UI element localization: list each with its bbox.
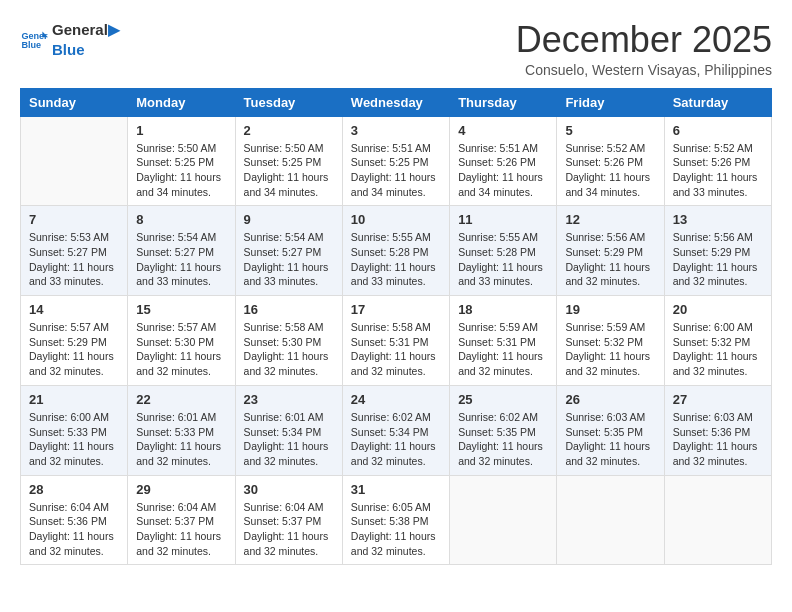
calendar-cell: 16Sunrise: 5:58 AMSunset: 5:30 PMDayligh… [235,296,342,386]
day-number: 24 [351,392,441,407]
day-number: 28 [29,482,119,497]
day-info: Sunrise: 5:57 AMSunset: 5:29 PMDaylight:… [29,320,119,379]
calendar-header-row: SundayMondayTuesdayWednesdayThursdayFrid… [21,88,772,116]
calendar-cell: 2Sunrise: 5:50 AMSunset: 5:25 PMDaylight… [235,116,342,206]
day-number: 1 [136,123,226,138]
calendar-cell: 28Sunrise: 6:04 AMSunset: 5:36 PMDayligh… [21,475,128,565]
day-number: 26 [565,392,655,407]
calendar-cell: 22Sunrise: 6:01 AMSunset: 5:33 PMDayligh… [128,385,235,475]
day-info: Sunrise: 5:57 AMSunset: 5:30 PMDaylight:… [136,320,226,379]
day-number: 17 [351,302,441,317]
calendar-cell: 3Sunrise: 5:51 AMSunset: 5:25 PMDaylight… [342,116,449,206]
logo: General Blue General▶ Blue [20,20,120,59]
day-header-monday: Monday [128,88,235,116]
day-number: 13 [673,212,763,227]
calendar-cell: 5Sunrise: 5:52 AMSunset: 5:26 PMDaylight… [557,116,664,206]
day-number: 14 [29,302,119,317]
day-info: Sunrise: 6:05 AMSunset: 5:38 PMDaylight:… [351,500,441,559]
day-info: Sunrise: 6:04 AMSunset: 5:37 PMDaylight:… [244,500,334,559]
calendar-cell: 12Sunrise: 5:56 AMSunset: 5:29 PMDayligh… [557,206,664,296]
day-info: Sunrise: 5:56 AMSunset: 5:29 PMDaylight:… [673,230,763,289]
day-info: Sunrise: 6:04 AMSunset: 5:36 PMDaylight:… [29,500,119,559]
calendar-cell: 14Sunrise: 5:57 AMSunset: 5:29 PMDayligh… [21,296,128,386]
day-info: Sunrise: 5:50 AMSunset: 5:25 PMDaylight:… [244,141,334,200]
day-info: Sunrise: 5:52 AMSunset: 5:26 PMDaylight:… [565,141,655,200]
day-number: 15 [136,302,226,317]
month-title: December 2025 [516,20,772,60]
logo-subtext: Blue [52,40,120,60]
day-info: Sunrise: 5:54 AMSunset: 5:27 PMDaylight:… [136,230,226,289]
calendar-cell: 31Sunrise: 6:05 AMSunset: 5:38 PMDayligh… [342,475,449,565]
day-header-sunday: Sunday [21,88,128,116]
day-info: Sunrise: 5:58 AMSunset: 5:30 PMDaylight:… [244,320,334,379]
day-info: Sunrise: 5:53 AMSunset: 5:27 PMDaylight:… [29,230,119,289]
svg-text:Blue: Blue [21,40,41,50]
calendar-cell [450,475,557,565]
calendar-week-1: 1Sunrise: 5:50 AMSunset: 5:25 PMDaylight… [21,116,772,206]
day-header-friday: Friday [557,88,664,116]
day-header-tuesday: Tuesday [235,88,342,116]
calendar-cell [557,475,664,565]
calendar-cell: 21Sunrise: 6:00 AMSunset: 5:33 PMDayligh… [21,385,128,475]
day-number: 8 [136,212,226,227]
day-number: 12 [565,212,655,227]
calendar-cell: 23Sunrise: 6:01 AMSunset: 5:34 PMDayligh… [235,385,342,475]
day-info: Sunrise: 5:51 AMSunset: 5:26 PMDaylight:… [458,141,548,200]
day-header-wednesday: Wednesday [342,88,449,116]
calendar-cell [664,475,771,565]
calendar-cell: 17Sunrise: 5:58 AMSunset: 5:31 PMDayligh… [342,296,449,386]
day-info: Sunrise: 5:51 AMSunset: 5:25 PMDaylight:… [351,141,441,200]
day-number: 22 [136,392,226,407]
calendar-cell: 11Sunrise: 5:55 AMSunset: 5:28 PMDayligh… [450,206,557,296]
calendar-week-5: 28Sunrise: 6:04 AMSunset: 5:36 PMDayligh… [21,475,772,565]
calendar-cell: 25Sunrise: 6:02 AMSunset: 5:35 PMDayligh… [450,385,557,475]
day-number: 11 [458,212,548,227]
page-header: General Blue General▶ Blue December 2025… [20,20,772,78]
day-info: Sunrise: 6:02 AMSunset: 5:35 PMDaylight:… [458,410,548,469]
calendar-cell: 10Sunrise: 5:55 AMSunset: 5:28 PMDayligh… [342,206,449,296]
day-number: 4 [458,123,548,138]
location-subtitle: Consuelo, Western Visayas, Philippines [516,62,772,78]
day-number: 5 [565,123,655,138]
day-number: 3 [351,123,441,138]
day-info: Sunrise: 5:54 AMSunset: 5:27 PMDaylight:… [244,230,334,289]
day-info: Sunrise: 5:50 AMSunset: 5:25 PMDaylight:… [136,141,226,200]
calendar-cell: 24Sunrise: 6:02 AMSunset: 5:34 PMDayligh… [342,385,449,475]
day-header-thursday: Thursday [450,88,557,116]
day-info: Sunrise: 5:55 AMSunset: 5:28 PMDaylight:… [351,230,441,289]
title-block: December 2025 Consuelo, Western Visayas,… [516,20,772,78]
calendar-cell: 20Sunrise: 6:00 AMSunset: 5:32 PMDayligh… [664,296,771,386]
day-number: 29 [136,482,226,497]
calendar-cell: 4Sunrise: 5:51 AMSunset: 5:26 PMDaylight… [450,116,557,206]
day-number: 31 [351,482,441,497]
day-number: 30 [244,482,334,497]
calendar-cell [21,116,128,206]
day-info: Sunrise: 5:52 AMSunset: 5:26 PMDaylight:… [673,141,763,200]
day-info: Sunrise: 5:55 AMSunset: 5:28 PMDaylight:… [458,230,548,289]
day-info: Sunrise: 6:00 AMSunset: 5:33 PMDaylight:… [29,410,119,469]
calendar-cell: 30Sunrise: 6:04 AMSunset: 5:37 PMDayligh… [235,475,342,565]
calendar-week-2: 7Sunrise: 5:53 AMSunset: 5:27 PMDaylight… [21,206,772,296]
day-info: Sunrise: 6:01 AMSunset: 5:34 PMDaylight:… [244,410,334,469]
day-number: 18 [458,302,548,317]
calendar-week-3: 14Sunrise: 5:57 AMSunset: 5:29 PMDayligh… [21,296,772,386]
calendar-cell: 6Sunrise: 5:52 AMSunset: 5:26 PMDaylight… [664,116,771,206]
calendar-table: SundayMondayTuesdayWednesdayThursdayFrid… [20,88,772,566]
day-info: Sunrise: 5:58 AMSunset: 5:31 PMDaylight:… [351,320,441,379]
day-info: Sunrise: 5:59 AMSunset: 5:31 PMDaylight:… [458,320,548,379]
calendar-cell: 29Sunrise: 6:04 AMSunset: 5:37 PMDayligh… [128,475,235,565]
day-number: 2 [244,123,334,138]
day-number: 16 [244,302,334,317]
day-number: 25 [458,392,548,407]
calendar-cell: 13Sunrise: 5:56 AMSunset: 5:29 PMDayligh… [664,206,771,296]
calendar-cell: 18Sunrise: 5:59 AMSunset: 5:31 PMDayligh… [450,296,557,386]
day-number: 23 [244,392,334,407]
logo-text: General▶ [52,20,120,40]
day-number: 10 [351,212,441,227]
calendar-cell: 26Sunrise: 6:03 AMSunset: 5:35 PMDayligh… [557,385,664,475]
day-info: Sunrise: 6:00 AMSunset: 5:32 PMDaylight:… [673,320,763,379]
calendar-week-4: 21Sunrise: 6:00 AMSunset: 5:33 PMDayligh… [21,385,772,475]
calendar-cell: 1Sunrise: 5:50 AMSunset: 5:25 PMDaylight… [128,116,235,206]
day-number: 20 [673,302,763,317]
calendar-cell: 8Sunrise: 5:54 AMSunset: 5:27 PMDaylight… [128,206,235,296]
